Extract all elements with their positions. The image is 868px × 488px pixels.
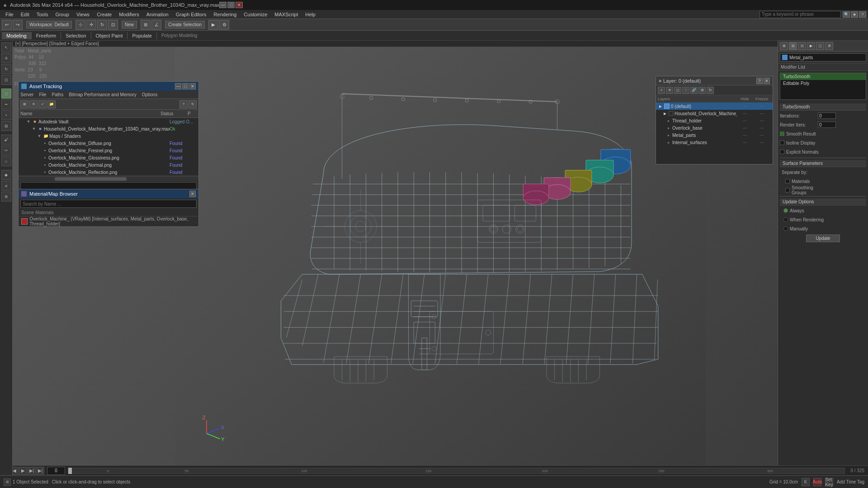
tab-populate[interactable]: Populate: [127, 32, 156, 39]
element-tool[interactable]: ⊞: [1, 121, 11, 131]
editablepoly-modifier[interactable]: Editable Poly: [780, 80, 866, 87]
create-tab[interactable]: ⊞: [780, 42, 788, 50]
set-key-btn[interactable]: Set Key: [825, 478, 833, 486]
menu-help[interactable]: Help: [302, 11, 319, 18]
display-tab[interactable]: ◻: [816, 42, 824, 50]
asset-help-btn[interactable]: ?: [179, 100, 188, 108]
edge-tool[interactable]: ━: [1, 99, 11, 109]
polygon-tool[interactable]: ◻: [1, 89, 11, 99]
modify-tab[interactable]: ⊟: [789, 42, 797, 50]
menu-file[interactable]: File: [2, 11, 17, 18]
minimize-button[interactable]: —: [219, 2, 226, 8]
panel-maximize[interactable]: □: [182, 83, 189, 89]
asset-row-maxfile[interactable]: ▼ ■ Household_Overlock_Machine_Brother_1…: [19, 125, 198, 132]
asset-tool-4[interactable]: 📁: [47, 100, 56, 108]
asset-tool-2[interactable]: ✕: [29, 100, 38, 108]
object-color-swatch[interactable]: [782, 55, 788, 60]
material-panel-close[interactable]: ✕: [189, 191, 196, 197]
layer-add-btn[interactable]: +: [658, 87, 665, 94]
weld-tool[interactable]: ⊕: [1, 192, 11, 202]
scale-tool[interactable]: ⊡: [1, 75, 11, 85]
status-icon[interactable]: ⊞: [4, 479, 11, 486]
move-button[interactable]: ✛: [86, 20, 96, 30]
layer-row-household[interactable]: ▶ Household_Overlock_Machine_Brother_103…: [656, 110, 773, 117]
selection-filter[interactable]: Create Selection: [165, 21, 205, 28]
always-radio[interactable]: [783, 208, 788, 213]
asset-row-vault[interactable]: ▼ ■ Autodesk Vault Logged O...: [19, 118, 198, 125]
layer-panel-close[interactable]: ✕: [764, 78, 770, 84]
paint-tool[interactable]: 🖌: [1, 135, 11, 145]
asset-menu-options[interactable]: Options: [142, 92, 157, 97]
asset-tracking-title-bar[interactable]: Asset Tracking — □ ✕: [19, 82, 198, 91]
rotate-tool[interactable]: ↻: [1, 64, 11, 74]
menu-modifiers[interactable]: Modifiers: [115, 11, 143, 18]
layer-link-btn[interactable]: 🔗: [690, 87, 698, 94]
asset-refresh-btn[interactable]: ↻: [189, 100, 197, 108]
rotate-button[interactable]: ↻: [97, 20, 107, 30]
asset-menu-paths[interactable]: Paths: [52, 92, 64, 97]
next-frame-btn[interactable]: ▶|: [28, 467, 36, 475]
panel-close[interactable]: ✕: [189, 83, 196, 89]
menu-edit[interactable]: Edit: [17, 11, 33, 18]
key-mode-btn[interactable]: K: [802, 478, 810, 486]
material-browser-title-bar[interactable]: Material/Map Browser ✕: [19, 189, 198, 198]
asset-row-reflection[interactable]: ▪ Overlock_Machine_Reflection.png Found: [19, 169, 198, 176]
isoline-check[interactable]: [780, 141, 784, 145]
move-tool[interactable]: ✛: [1, 53, 11, 63]
utilities-tab[interactable]: ⚙: [825, 42, 833, 50]
explicit-normals-check[interactable]: [780, 150, 784, 154]
layer-help-btn[interactable]: ?: [756, 78, 763, 84]
layer-row-default[interactable]: ▶ 0 (default) ✓ —: [656, 103, 773, 110]
layer-panel-title-bar[interactable]: ■ Layer: 0 (default) ? ✕: [656, 76, 773, 85]
goto-end-btn[interactable]: ▶|: [36, 467, 44, 475]
layer-row-overlock[interactable]: ▸ Overlock_base — —: [656, 124, 773, 131]
layer-row-thread[interactable]: ▸ Thread_holder — —: [656, 117, 773, 124]
vertex-tool[interactable]: •: [1, 110, 11, 120]
smooth-tool[interactable]: ⌀: [1, 181, 11, 191]
asset-row-diffuse[interactable]: ▪ Overlock_Machine_Diffuse.png Found: [19, 140, 198, 147]
render-iters-input[interactable]: [818, 122, 836, 128]
tab-selection[interactable]: Selection: [61, 32, 91, 39]
iterations-input[interactable]: [818, 113, 836, 119]
frame-counter[interactable]: [47, 467, 65, 475]
bookmark-icon[interactable]: ★: [851, 11, 858, 18]
manually-radio[interactable]: [783, 226, 788, 231]
asset-menu-bitmap[interactable]: Bitmap Performance and Memory: [69, 92, 137, 97]
asset-menu-file[interactable]: File: [39, 92, 46, 97]
layer-row-internal[interactable]: ▸ Internal_surfaces — —: [656, 139, 773, 146]
redo-button[interactable]: ↪: [13, 20, 23, 30]
panel-minimize[interactable]: —: [175, 83, 181, 89]
render-button[interactable]: ▶: [208, 20, 218, 30]
when-rendering-radio[interactable]: [783, 217, 788, 222]
tab-modeling[interactable]: Modeling: [2, 32, 32, 39]
motion-tab[interactable]: ▶: [807, 42, 815, 50]
cut-tool[interactable]: ✂: [1, 145, 11, 155]
menu-maxscript[interactable]: MAXScript: [271, 11, 302, 18]
search-icon[interactable]: 🔍: [843, 11, 850, 18]
asset-menu-server[interactable]: Server: [20, 92, 33, 97]
menu-customize[interactable]: Customize: [240, 11, 271, 18]
menu-animation[interactable]: Animation: [143, 11, 172, 18]
layer-settings-btn[interactable]: ⚙: [698, 87, 706, 94]
undo-button[interactable]: ↩: [2, 20, 12, 30]
asset-row-maps[interactable]: ▼ 📁 Maps / Shaders: [19, 132, 198, 140]
menu-tools[interactable]: Tools: [33, 11, 52, 18]
menu-rendering[interactable]: Rendering: [210, 11, 241, 18]
update-button[interactable]: Update: [806, 235, 840, 242]
layer-select-btn[interactable]: ◻: [674, 87, 681, 94]
smoothing-groups-check[interactable]: [785, 188, 790, 192]
select-tool[interactable]: ↖: [1, 42, 11, 52]
timeline-slider[interactable]: 0 50 100 150 200 250 300: [68, 468, 845, 474]
material-item-row[interactable]: Overlock_Machine_ (VRayMtl) [Internal_su…: [19, 216, 198, 226]
select-button[interactable]: ⊹: [75, 20, 85, 30]
asset-tool-3[interactable]: ✓: [38, 100, 47, 108]
material-search-input[interactable]: [20, 200, 197, 208]
smooth-result-check[interactable]: [780, 131, 784, 136]
bridge-tool[interactable]: ⌂: [1, 156, 11, 166]
materials-check[interactable]: [785, 179, 790, 183]
turbosmoothmodifier[interactable]: TurboSmooth: [780, 73, 866, 80]
asset-row-glossiness[interactable]: ▪ Overlock_Machine_Glossiness.png Found: [19, 154, 198, 161]
play-btn[interactable]: ▶: [19, 467, 27, 475]
asset-row-fresnel[interactable]: ▪ Overlock_Machine_Fresnel.png Found: [19, 147, 198, 154]
layer-delete-btn[interactable]: ✕: [666, 87, 673, 94]
